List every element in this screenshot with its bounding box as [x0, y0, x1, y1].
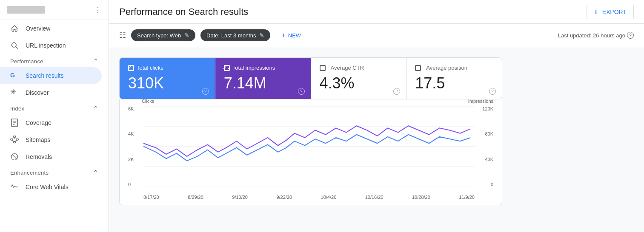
x-label-4: 10/4/20	[321, 195, 337, 200]
y-right-tick-80k: 80K	[476, 131, 493, 136]
total-impressions-checkbox[interactable]: ✓	[224, 65, 230, 71]
y-axis-left-ticks: 6K 4K 2K 0	[128, 106, 142, 187]
sitemap-icon	[10, 136, 19, 144]
sidebar-collapse-button[interactable]: ⋮	[94, 5, 102, 14]
svg-line-1	[16, 47, 18, 49]
x-label-5: 10/16/20	[365, 195, 384, 200]
metrics-row: ✓ Total clicks 310K ? ✓ Total impression…	[119, 57, 502, 99]
y-axis-right-label: Impressions	[468, 99, 493, 104]
search-type-label: Search type: Web	[137, 32, 181, 39]
svg-rect-8	[14, 136, 16, 137]
enhancements-subitems: Core Web Vitals	[0, 178, 109, 195]
date-edit-icon: ✎	[259, 32, 264, 39]
total-clicks-label-row: ✓ Total clicks	[128, 65, 206, 71]
sidebar-item-overview[interactable]: Overview	[0, 20, 102, 37]
chart-container: Clicks Impressions 6K 4K 2K 0 120K 80K 4…	[128, 106, 493, 200]
sidebar-section-performance[interactable]: Performance ⌃	[0, 54, 109, 67]
sidebar-item-coverage-label: Coverage	[26, 119, 52, 126]
search-type-filter[interactable]: Search type: Web ✎	[131, 29, 195, 41]
main-content: Performance on Search results ⇩ EXPORT ☷…	[109, 0, 644, 232]
last-updated-label: Last updated: 26 hours ago	[558, 32, 625, 39]
x-label-6: 10/28/20	[412, 195, 430, 200]
sidebar-section-enhancements[interactable]: Enhancements ⌃	[0, 165, 109, 178]
sidebar-item-removals-label: Removals	[26, 153, 52, 160]
home-icon	[10, 24, 19, 33]
plus-icon: +	[281, 31, 285, 39]
sidebar-item-search-results[interactable]: G Search results	[0, 67, 102, 84]
new-label: NEW	[288, 32, 301, 39]
sidebar-item-core-web-vitals-label: Core Web Vitals	[26, 184, 69, 190]
export-button[interactable]: ⇩ EXPORT	[587, 5, 634, 19]
svg-point-0	[11, 42, 16, 47]
sidebar-item-overview-label: Overview	[26, 25, 50, 32]
x-axis-labels: 8/17/20 8/29/20 9/10/20 9/22/20 10/4/20 …	[143, 195, 475, 200]
y-left-tick-2k: 2K	[128, 157, 142, 162]
asterisk-icon: ✳	[10, 88, 19, 97]
sidebar: ⋮ Overview URL inspection Performance ⌃ …	[0, 0, 109, 232]
metric-card-total-clicks[interactable]: ✓ Total clicks 310K ?	[120, 58, 215, 99]
sidebar-item-search-results-label: Search results	[26, 72, 63, 79]
total-impressions-label: Total impressions	[232, 65, 275, 71]
total-clicks-value: 310K	[128, 74, 206, 92]
x-label-0: 8/17/20	[143, 195, 159, 200]
sidebar-item-core-web-vitals[interactable]: Core Web Vitals	[0, 178, 102, 195]
sidebar-section-index-label: Index	[10, 105, 24, 112]
sidebar-item-sitemaps[interactable]: Sitemaps	[0, 131, 102, 148]
metric-card-average-ctr[interactable]: Average CTR 4.3% ?	[311, 58, 407, 99]
svg-text:G: G	[10, 72, 15, 79]
export-label: EXPORT	[602, 8, 627, 15]
metric-card-total-impressions[interactable]: ✓ Total impressions 7.14M ?	[215, 58, 311, 99]
new-filter-button[interactable]: + NEW	[275, 29, 307, 42]
y-axis-right-ticks: 120K 80K 40K 0	[476, 106, 493, 187]
removals-icon	[10, 153, 19, 161]
page-title: Performance on Search results	[119, 6, 248, 17]
doc-icon	[10, 119, 19, 127]
y-right-tick-40k: 40K	[476, 157, 493, 162]
sidebar-item-removals[interactable]: Removals	[0, 148, 102, 165]
metric-card-average-position[interactable]: Average position 17.5 ?	[406, 58, 502, 99]
total-clicks-help-icon[interactable]: ?	[202, 88, 209, 95]
y-right-tick-120k: 120K	[476, 106, 493, 111]
performance-chevron-icon: ⌃	[93, 57, 98, 65]
info-icon[interactable]: ?	[627, 32, 634, 39]
average-ctr-value: 4.3%	[320, 74, 398, 92]
sidebar-section-index[interactable]: Index ⌃	[0, 101, 109, 114]
svg-rect-9	[11, 139, 13, 140]
sidebar-item-coverage[interactable]: Coverage	[0, 114, 102, 131]
chart-svg-wrapper	[143, 106, 475, 187]
metrics-chart-container: ✓ Total clicks 310K ? ✓ Total impression…	[119, 57, 502, 205]
svg-line-16	[12, 155, 16, 158]
average-ctr-help-icon[interactable]: ?	[393, 88, 400, 95]
x-label-1: 8/29/20	[188, 195, 203, 200]
x-label-7: 11/9/20	[459, 195, 475, 200]
svg-rect-11	[14, 141, 16, 143]
sidebar-item-url-inspection[interactable]: URL inspection	[0, 37, 102, 54]
date-filter[interactable]: Date: Last 3 months ✎	[200, 29, 270, 41]
total-impressions-label-row: ✓ Total impressions	[224, 65, 302, 71]
total-impressions-help-icon[interactable]: ?	[298, 88, 305, 95]
enhancements-chevron-icon: ⌃	[93, 169, 98, 177]
sidebar-item-url-inspection-label: URL inspection	[26, 42, 66, 49]
total-clicks-checkbox[interactable]: ✓	[128, 65, 134, 71]
vitals-icon	[10, 183, 19, 191]
average-position-checkbox[interactable]	[415, 65, 421, 71]
average-position-label-row: Average position	[415, 65, 493, 71]
average-ctr-label-row: Average CTR	[320, 65, 398, 71]
index-chevron-icon: ⌃	[93, 105, 98, 113]
chart-svg	[143, 106, 475, 187]
average-ctr-checkbox[interactable]	[320, 65, 326, 71]
total-impressions-value: 7.14M	[224, 74, 302, 92]
y-left-tick-0: 0	[128, 182, 142, 187]
download-icon: ⇩	[594, 8, 599, 15]
average-position-label: Average position	[426, 65, 467, 71]
average-position-help-icon[interactable]: ?	[489, 88, 496, 95]
svg-line-14	[14, 140, 17, 141]
y-left-tick-6k: 6K	[128, 106, 142, 111]
sidebar-item-discover-label: Discover	[26, 89, 49, 96]
sidebar-section-enhancements-label: Enhancements	[10, 170, 49, 176]
sidebar-section-performance-label: Performance	[10, 58, 43, 65]
svg-text:✳: ✳	[10, 88, 16, 96]
sidebar-item-discover[interactable]: ✳ Discover	[0, 84, 102, 101]
google-g-icon: G	[10, 71, 19, 80]
filter-icon[interactable]: ☷	[119, 31, 126, 40]
